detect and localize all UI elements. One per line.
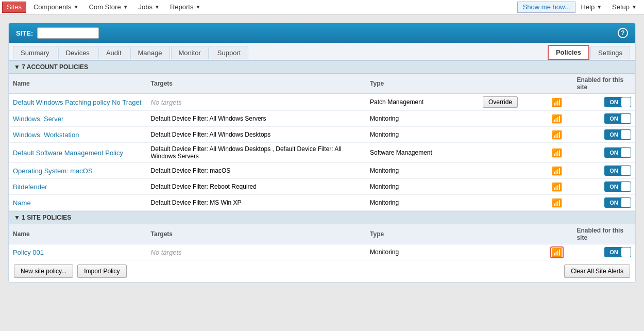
tab-devices[interactable]: Devices (58, 46, 97, 59)
bottom-bar: New site policy... Import Policy Clear A… (9, 260, 635, 282)
targets-2: Default Device Filter: All Windows Deskt… (147, 127, 366, 143)
show-me-button[interactable]: Show me how... (517, 2, 576, 13)
col-header-signal (541, 74, 573, 94)
jobs-menu[interactable]: Jobs ▼ (133, 0, 165, 14)
new-site-policy-button[interactable]: New site policy... (14, 264, 73, 278)
type-3: Software Management (366, 143, 479, 163)
policy-link-4[interactable]: Operating System: macOS (13, 167, 93, 175)
targets-4: Default Device Filter: macOS (147, 163, 366, 179)
site-col-header-signal (541, 224, 573, 244)
targets-0: No targets (151, 98, 182, 106)
clear-alerts-button[interactable]: Clear All Site Alerts (564, 264, 630, 278)
table-row: Windows: Server Default Device Filter: A… (9, 111, 635, 127)
comstore-arrow-icon: ▼ (123, 4, 128, 10)
toggle-knob-6 (621, 198, 631, 207)
site-col-header-targets: Targets (147, 224, 366, 244)
signal-icon-3[interactable]: 📶 (552, 148, 562, 157)
signal-icon-4[interactable]: 📶 (552, 167, 562, 175)
table-row: Bitdefender Default Device Filter: Reboo… (9, 179, 635, 195)
col-header-enabled-account: Enabled for this site (572, 74, 635, 94)
site-panel: SITE: ? Summary Devices Audit Manage Mon… (8, 23, 636, 283)
site-name-input[interactable] (37, 27, 99, 39)
site-header: SITE: ? (9, 23, 635, 43)
toggle-2[interactable]: ON (604, 129, 631, 140)
targets-6: Default Device Filter: MS Win XP (147, 195, 366, 211)
policy-link-2[interactable]: Windows: Workstation (13, 131, 79, 139)
toggle-4[interactable]: ON (604, 166, 631, 176)
table-row: Default Software Management Policy Defau… (9, 143, 635, 163)
targets-5: Default Device Filter: Reboot Required (147, 179, 366, 195)
help-arrow-icon: ▼ (597, 4, 602, 10)
reports-menu[interactable]: Reports ▼ (165, 0, 206, 14)
toggle-3[interactable]: ON (604, 147, 631, 158)
top-navigation: Sites Components ▼ Com Store ▼ Jobs ▼ Re… (0, 0, 644, 14)
tab-monitor[interactable]: Monitor (171, 46, 209, 59)
targets-1: Default Device Filter: All Windows Serve… (147, 111, 366, 127)
help-icon[interactable]: ? (618, 28, 628, 38)
tab-support[interactable]: Support (210, 46, 249, 59)
site-col-header-enabled: Enabled for this site (572, 224, 635, 244)
policy-link-3[interactable]: Default Software Management Policy (13, 149, 123, 157)
table-row: Name Default Device Filter: MS Win XP Mo… (9, 195, 635, 211)
setup-menu[interactable]: Setup ▼ (607, 0, 642, 14)
site-policies-table: Name Targets Type Enabled for this site … (9, 224, 635, 260)
table-row: Operating System: macOS Default Device F… (9, 163, 635, 179)
tab-summary[interactable]: Summary (13, 46, 57, 59)
toggle-0[interactable]: ON (604, 97, 631, 107)
tab-settings[interactable]: Settings (590, 46, 630, 59)
site-toggle-knob-0 (621, 247, 631, 257)
col-header-targets: Targets (147, 74, 366, 94)
signal-icon-2[interactable]: 📶 (552, 130, 562, 139)
toggle-knob-4 (621, 166, 631, 175)
policy-link-6[interactable]: Name (13, 199, 31, 207)
tab-policies[interactable]: Policies (548, 45, 589, 60)
type-6: Monitoring (366, 195, 479, 211)
toggle-knob-1 (621, 114, 631, 123)
targets-3: Default Device Filter: All Windows Deskt… (147, 143, 366, 163)
type-2: Monitoring (366, 127, 479, 143)
policy-link-5[interactable]: Bitdefender (13, 183, 47, 191)
toggle-1[interactable]: ON (604, 113, 631, 124)
site-policy-link-0[interactable]: Policy 001 (13, 249, 44, 256)
signal-icon-5[interactable]: 📶 (552, 183, 562, 191)
site-col-header-type: Type (366, 224, 479, 244)
comstore-menu[interactable]: Com Store ▼ (84, 0, 133, 14)
import-policy-button[interactable]: Import Policy (77, 264, 126, 278)
site-type-0: Monitoring (366, 244, 479, 260)
col-header-type: Type (366, 74, 479, 94)
toggle-knob-5 (621, 182, 631, 191)
site-col-header-action (479, 224, 541, 244)
signal-icon-site-0[interactable]: 📶 (550, 246, 564, 258)
signal-icon-1[interactable]: 📶 (552, 114, 562, 123)
tab-audit[interactable]: Audit (98, 46, 129, 59)
policy-link-0[interactable]: Default Windows Patching policy No Trage… (13, 98, 141, 106)
jobs-arrow-icon: ▼ (155, 4, 160, 10)
toggle-knob-3 (621, 148, 631, 157)
site-toggle-0[interactable]: ON (604, 247, 631, 257)
policy-link-1[interactable]: Windows: Server (13, 115, 63, 123)
table-row: Default Windows Patching policy No Trage… (9, 94, 635, 111)
components-menu[interactable]: Components ▼ (28, 0, 84, 14)
table-row: Windows: Workstation Default Device Filt… (9, 127, 635, 143)
signal-icon-0[interactable]: 📶 (552, 98, 562, 107)
toggle-6[interactable]: ON (604, 197, 631, 208)
type-4: Monitoring (366, 163, 479, 179)
setup-arrow-icon: ▼ (632, 4, 637, 10)
account-policies-section-header[interactable]: ▼ 7 ACCOUNT POLICIES (9, 60, 635, 74)
help-menu[interactable]: Help ▼ (575, 0, 607, 14)
reports-arrow-icon: ▼ (195, 4, 200, 10)
account-policies-table: Name Targets Type Enabled for this site … (9, 74, 635, 211)
components-arrow-icon: ▼ (74, 4, 79, 10)
col-header-name: Name (9, 74, 147, 94)
table-row: Policy 001 No targets Monitoring 📶 ON (9, 244, 635, 260)
override-button-0[interactable]: Override (483, 96, 518, 108)
toggle-5[interactable]: ON (604, 181, 631, 192)
type-1: Monitoring (366, 111, 479, 127)
site-policies-section-header[interactable]: ▼ 1 SITE POLICIES (9, 211, 635, 224)
toggle-knob-2 (621, 130, 631, 139)
type-0: Patch Management (366, 94, 479, 111)
tab-manage[interactable]: Manage (130, 46, 170, 59)
sites-button[interactable]: Sites (2, 2, 26, 13)
signal-icon-6[interactable]: 📶 (552, 198, 562, 207)
tabs-bar: Summary Devices Audit Manage Monitor Sup… (9, 43, 635, 60)
